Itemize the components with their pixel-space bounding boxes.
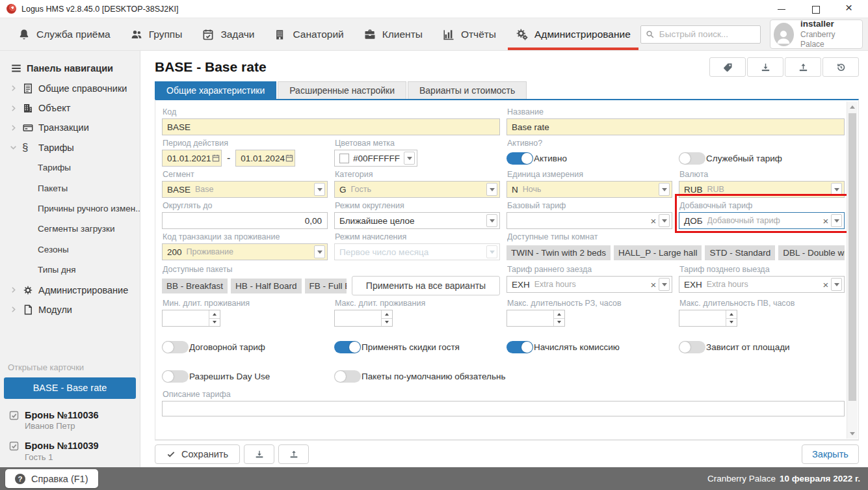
service-rate-toggle[interactable] [679, 152, 705, 165]
calendar-icon[interactable] [211, 154, 220, 163]
chip[interactable]: TWIN - Twin with 2 beds [506, 245, 611, 260]
sidebar-item-transactions[interactable]: Транзакции [0, 118, 140, 137]
help-button[interactable]: Справка (F1) [5, 469, 98, 488]
base-rate-select[interactable] [506, 212, 672, 229]
upload-button[interactable] [785, 57, 821, 77]
sidebar-item-tariffs-tariffs[interactable]: Тарифы [0, 157, 140, 178]
sidebar-item-tariffs[interactable]: Тарифы [0, 138, 140, 157]
category-select[interactable]: G Гость [334, 181, 500, 198]
spin-up-icon[interactable] [209, 310, 220, 319]
chip[interactable]: HB - Half Board [231, 279, 302, 293]
tag-button[interactable] [709, 57, 746, 77]
download-button[interactable] [244, 444, 274, 464]
addon-rate-select[interactable]: ДОБ Добавочный тариф [679, 212, 845, 229]
chevron-down-icon[interactable] [831, 214, 842, 227]
chip[interactable]: HALL_P - Large hall [614, 245, 702, 260]
chip[interactable]: BB - Breakfast [162, 279, 228, 293]
spin-down-icon[interactable] [726, 319, 737, 327]
open-card-booking-110036[interactable]: Бронь №110036 Иванов Петр [0, 405, 140, 437]
sidebar-header[interactable]: Панель навигации [0, 59, 140, 78]
scroll-up-icon[interactable] [847, 102, 858, 112]
clear-icon[interactable] [821, 279, 831, 290]
tab-advanced[interactable]: Расширенные настройки [278, 81, 406, 99]
max-late-hours-stepper[interactable] [679, 310, 737, 327]
period-from-input[interactable]: 01.01.2021 [162, 150, 222, 167]
scrollbar-thumb[interactable] [848, 113, 856, 401]
name-input[interactable]: Base rate [506, 118, 845, 135]
tab-variants[interactable]: Варианты и стоимость [408, 81, 527, 99]
max-early-hours-stepper[interactable] [506, 310, 565, 327]
maximize-button[interactable] [811, 5, 820, 14]
calendar-icon[interactable] [285, 154, 294, 163]
chip[interactable]: FB - Full Boar [305, 279, 347, 293]
early-checkin-rate-select[interactable]: EXH Extra hours [506, 276, 672, 293]
currency-select[interactable]: RUB RUB [679, 181, 845, 198]
packages-chips[interactable]: BB - Breakfast HB - Half Board FB - Full… [162, 277, 347, 295]
sidebar-item-modules[interactable]: Модули [0, 300, 140, 320]
vertical-scrollbar[interactable] [847, 102, 858, 439]
tab-general[interactable]: Общие характеристики [155, 81, 276, 99]
room-types-chips[interactable]: TWIN - Twin with 2 beds HALL_P - Large h… [506, 243, 845, 262]
nav-sanatorium[interactable]: Санаторий [264, 18, 353, 50]
chevron-down-icon[interactable] [831, 183, 842, 196]
chevron-right-icon[interactable] [9, 104, 18, 113]
download-button[interactable] [747, 57, 783, 77]
active-toggle[interactable] [506, 152, 533, 165]
chevron-down-icon[interactable] [659, 214, 670, 227]
history-button[interactable] [822, 57, 859, 77]
nav-reports[interactable]: Отчёты [432, 18, 506, 50]
sidebar-item-packages[interactable]: Пакеты [0, 178, 140, 198]
max-stay-stepper[interactable] [334, 310, 393, 327]
search-input[interactable] [640, 25, 761, 44]
spin-down-icon[interactable] [554, 319, 564, 327]
chevron-right-icon[interactable] [9, 305, 18, 314]
nav-tasks[interactable]: Задачи [192, 18, 264, 50]
chevron-down-icon[interactable] [486, 183, 497, 196]
chevron-down-icon[interactable] [659, 183, 670, 196]
stay-transaction-select[interactable]: 200 Проживание [162, 243, 328, 260]
chevron-down-icon[interactable] [314, 245, 325, 258]
period-to-input[interactable]: 01.01.2024 [235, 150, 295, 167]
open-card-booking-110039[interactable]: Бронь №110039 Гость 1 [0, 436, 140, 467]
hamburger-icon[interactable] [10, 62, 22, 74]
close-window-button[interactable] [845, 5, 854, 14]
commission-toggle[interactable] [506, 341, 533, 353]
minimize-button[interactable] [777, 5, 786, 14]
scroll-down-icon[interactable] [847, 428, 858, 439]
clear-icon[interactable] [821, 215, 831, 226]
round-mode-select[interactable]: Ближайшее целое [334, 212, 500, 229]
chip[interactable]: STD - Standard [705, 245, 775, 260]
contract-rate-toggle[interactable] [162, 341, 189, 353]
description-input[interactable] [162, 401, 845, 416]
sidebar-item-manual-change-reasons[interactable]: Причины ручного измен... [0, 198, 140, 219]
chevron-down-icon[interactable] [486, 214, 497, 227]
segment-select[interactable]: BASE Base [162, 181, 328, 198]
chevron-right-icon[interactable] [9, 124, 18, 132]
day-use-toggle[interactable] [162, 370, 189, 383]
nav-clients[interactable]: Клиенты [354, 18, 432, 50]
spin-up-icon[interactable] [554, 310, 564, 319]
chip[interactable]: DBL - Double with sing [778, 245, 845, 260]
user-menu[interactable]: installer Cranberry Palace [770, 20, 863, 49]
sidebar-item-day-types[interactable]: Типы дня [0, 260, 140, 280]
nav-groups[interactable]: Группы [120, 18, 192, 50]
min-stay-stepper[interactable] [162, 310, 220, 327]
late-checkout-rate-select[interactable]: EXH Extra hours [679, 276, 845, 293]
chevron-right-icon[interactable] [9, 286, 18, 294]
sidebar-item-object[interactable]: Объект [0, 98, 140, 118]
chevron-right-icon[interactable] [9, 84, 18, 92]
spin-up-icon[interactable] [382, 310, 392, 319]
chevron-down-icon[interactable] [659, 278, 670, 291]
apply-all-variants-button[interactable]: Применить на все варианты [352, 276, 500, 295]
spin-up-icon[interactable] [726, 310, 737, 319]
area-dependent-toggle[interactable] [679, 341, 705, 353]
upload-button[interactable] [278, 444, 309, 464]
chevron-down-icon[interactable] [831, 278, 842, 291]
guest-discounts-toggle[interactable] [334, 341, 361, 353]
clear-icon[interactable] [648, 215, 659, 226]
save-button[interactable]: Сохранить [155, 444, 240, 464]
spin-down-icon[interactable] [209, 319, 220, 327]
clear-icon[interactable] [648, 279, 659, 290]
nav-administration[interactable]: Администрирование [506, 18, 640, 50]
default-packages-toggle[interactable] [334, 370, 361, 383]
